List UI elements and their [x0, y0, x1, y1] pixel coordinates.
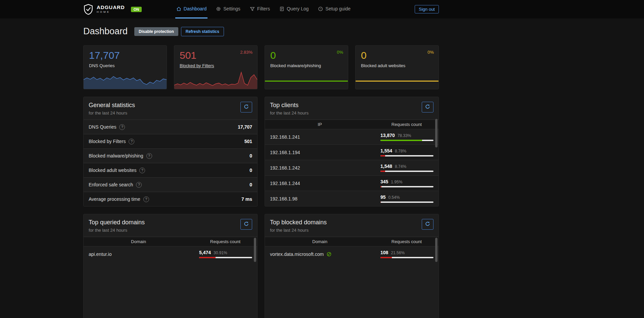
stat-card-dns-queries: 17,707 DNS Queries [83, 45, 167, 89]
blocked-sparkline [174, 70, 257, 89]
stat-row: Blocked malware/phishing ? 0 [84, 148, 257, 163]
card-subtitle: for the last 24 hours [270, 110, 309, 116]
card-subtitle: for the last 24 hours [89, 228, 145, 233]
refresh-icon [244, 104, 249, 110]
stat-row-label: Blocked by Filters [89, 139, 126, 144]
app-header: ADGUARD HOME ON Dashboard Settings [0, 0, 644, 18]
domain-row: api.entur.io 5,474 30.91% [84, 246, 257, 262]
stat-row-label: Blocked adult websites [89, 168, 136, 173]
domain-row: vortex.data.microsoft.com 108 21.56% [265, 246, 439, 262]
help-icon[interactable]: ? [139, 168, 145, 173]
refresh-general-statistics-button[interactable] [240, 102, 252, 112]
client-ip: 192.168.1.241 [270, 134, 380, 140]
protection-status-badge: ON [131, 7, 142, 12]
stat-row-value: 17,707 [238, 124, 252, 130]
brand-name: ADGUARD [97, 5, 125, 10]
refresh-statistics-button[interactable]: Refresh statistics [181, 27, 224, 36]
nav-dashboard[interactable]: Dashboard [175, 0, 208, 18]
stat-row-value: 7 ms [241, 196, 252, 202]
stat-label: DNS Queries [89, 63, 167, 68]
stat-row-label: Blocked malware/phishing [89, 153, 143, 158]
stat-row: Average processing time ? 7 ms [84, 192, 257, 206]
main-content: Dashboard Disable protection Refresh sta… [83, 26, 439, 318]
middle-cards-row: General statistics for the last 24 hours… [83, 97, 439, 207]
stat-label: Blocked malware/phishing [270, 63, 348, 68]
help-icon[interactable]: ? [119, 124, 125, 130]
stat-row-value: 0 [249, 153, 252, 158]
dashboard-icon [176, 6, 181, 11]
card-title: Top queried domains [89, 219, 145, 226]
requests-percent: 8.74% [395, 164, 406, 169]
brand-subtitle: HOME [97, 11, 125, 14]
stat-row-label: DNS Queries [89, 124, 116, 130]
refresh-top-clients-button[interactable] [422, 102, 433, 112]
card-subtitle: for the last 24 hours [270, 228, 327, 233]
requests-count: 1,548 [380, 164, 392, 169]
general-statistics-card: General statistics for the last 24 hours… [83, 97, 258, 207]
nav-settings[interactable]: Settings [215, 0, 241, 18]
requests-progress-bar [380, 171, 433, 172]
card-title: Top blocked domains [270, 219, 327, 226]
table-header-row: IP Requests count [265, 120, 439, 129]
filters-funnel-icon [250, 6, 255, 11]
nav-filters[interactable]: Filters [249, 0, 271, 18]
nav-label: Settings [223, 6, 240, 11]
stat-value: 0 [270, 50, 348, 61]
refresh-icon [244, 221, 249, 227]
stat-row-value: 0 [249, 182, 252, 187]
nav-label: Query Log [287, 6, 309, 11]
known-tracker-icon[interactable] [326, 252, 332, 257]
help-icon[interactable]: ? [146, 153, 152, 159]
refresh-top-blocked-button[interactable] [422, 219, 433, 230]
domain-name: api.entur.io [89, 252, 199, 257]
requests-progress-bar [380, 140, 433, 141]
help-icon[interactable]: ? [143, 196, 149, 202]
nav-setup-guide[interactable]: ? Setup guide [317, 0, 352, 18]
page-title: Dashboard [83, 26, 128, 37]
requests-percent: 21.56% [391, 251, 405, 255]
stat-value: 17,707 [89, 50, 167, 61]
column-header-requests: Requests count [193, 239, 257, 244]
column-header-requests: Requests count [375, 239, 439, 244]
requests-progress-bar [380, 155, 433, 156]
top-clients-card: Top clients for the last 24 hours IP Req… [265, 97, 439, 207]
requests-percent: 78.33% [398, 133, 411, 138]
client-ip: 192.168.1.244 [270, 181, 380, 186]
column-header-requests: Requests count [375, 122, 439, 127]
scrollbar-thumb[interactable] [254, 238, 256, 262]
stat-row-value: 501 [244, 139, 252, 144]
nav-label: Setup guide [325, 6, 351, 11]
sign-out-button[interactable]: Sign out [415, 5, 439, 13]
stat-row: Blocked by Filters ? 501 [84, 134, 257, 148]
stat-percent: 2.83% [240, 50, 252, 55]
query-log-icon [279, 6, 284, 11]
shield-logo-icon [83, 4, 93, 15]
scrollbar-thumb[interactable] [435, 119, 438, 147]
bottom-cards-row: Top queried domains for the last 24 hour… [83, 214, 439, 318]
stat-value: 0 [361, 50, 439, 61]
requests-count: 95 [380, 194, 386, 200]
refresh-top-queried-button[interactable] [240, 219, 252, 230]
domain-name: vortex.data.microsoft.com [270, 252, 324, 257]
client-ip: 192.168.1.242 [270, 165, 380, 171]
disable-protection-button[interactable]: Disable protection [134, 27, 178, 36]
nav-query-log[interactable]: Query Log [278, 0, 310, 18]
requests-count: 345 [380, 179, 388, 184]
table-header-row: Domain Requests count [84, 237, 257, 246]
blocked-by-filters-link[interactable]: Blocked by Filters [180, 63, 257, 68]
stat-percent: 0% [337, 50, 343, 55]
client-row: 192.168.1.242 1,548 8.74% [265, 160, 439, 175]
top-blocked-table: vortex.data.microsoft.com 108 21.56% [265, 246, 439, 262]
scrollbar-thumb[interactable] [435, 238, 438, 262]
stat-row-label: Average processing time [89, 196, 140, 202]
client-row: 192.168.1.98 95 0.54% [265, 191, 439, 206]
client-ip: 192.168.1.98 [270, 196, 380, 201]
refresh-icon [425, 221, 430, 227]
settings-gear-icon [216, 6, 221, 11]
requests-count: 108 [380, 250, 388, 255]
help-icon[interactable]: ? [129, 139, 134, 144]
requests-count: 5,474 [199, 250, 211, 255]
brand-logo[interactable]: ADGUARD HOME ON [83, 4, 142, 15]
help-icon[interactable]: ? [136, 182, 142, 188]
malware-flatline-chart [265, 81, 348, 82]
